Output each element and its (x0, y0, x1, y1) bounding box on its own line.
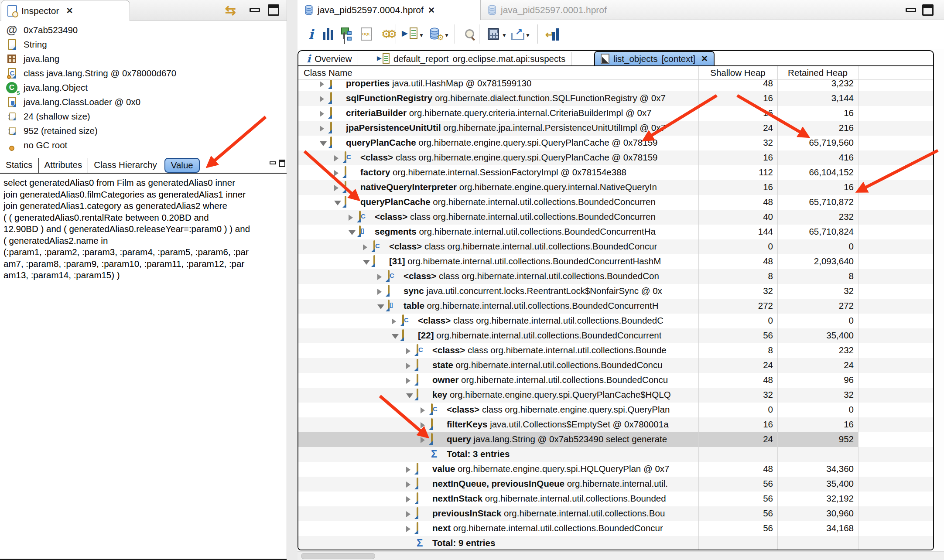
inspector-item[interactable]: Cjava.lang.Object (0, 80, 287, 95)
table-row[interactable]: key org.hibernate.engine.query.spi.Query… (298, 388, 933, 403)
info-icon[interactable]: i (303, 25, 319, 43)
close-icon[interactable]: ✕ (428, 5, 435, 15)
expand-icon[interactable] (392, 318, 396, 324)
expand-icon[interactable] (334, 170, 339, 176)
inspector-item[interactable]: no GC root (0, 138, 287, 152)
expand-icon[interactable] (421, 407, 425, 413)
table-row[interactable]: criteriaBuilder org.hibernate.query.crit… (298, 106, 933, 121)
inspector-tab-value[interactable]: Value (164, 158, 200, 173)
panel-sash[interactable] (287, 0, 298, 560)
value-text[interactable]: select generatedAlias0 from Film as gene… (0, 174, 287, 281)
expand-icon[interactable] (320, 126, 324, 132)
inspector-item[interactable]: java.lang.ClassLoader @ 0x0 (0, 95, 287, 109)
inspector-item[interactable]: ↕952 (retained size) (0, 123, 287, 138)
column-separator[interactable] (777, 66, 778, 550)
total-row[interactable]: ΣTotal: 3 entries (298, 447, 933, 462)
column-separator[interactable] (858, 66, 858, 550)
expand-icon[interactable] (406, 511, 410, 517)
collapse-icon[interactable] (392, 334, 399, 339)
inspector-tab-class-hierarchy[interactable]: Class Hierarchy (88, 158, 163, 173)
export-icon-dropdown[interactable]: ▼ (525, 32, 530, 38)
tab-inspector[interactable]: Inspector ✕ (1, 0, 130, 21)
inspector-item[interactable]: Cclass java.lang.String @ 0x78000d670 (0, 66, 287, 80)
expand-icon[interactable] (334, 185, 339, 191)
column-separator[interactable] (698, 66, 699, 550)
table-row[interactable]: []table org.hibernate.internal.util.coll… (298, 299, 933, 314)
minimize-icon[interactable] (906, 8, 916, 12)
expand-icon[interactable] (320, 111, 324, 117)
run-report-icon-dropdown[interactable]: ▼ (419, 32, 424, 38)
table-row[interactable]: [22] org.hibernate.internal.util.collect… (298, 328, 933, 343)
table-row[interactable]: nextInStack org.hibernate.internal.util.… (298, 492, 933, 506)
column-class-name[interactable]: Class Name (304, 68, 352, 78)
histogram-icon[interactable] (320, 25, 337, 43)
table-row[interactable]: previousInStack org.hibernate.internal.u… (298, 506, 933, 521)
table-row[interactable]: C<class> class org.hibernate.internal.ut… (298, 269, 933, 284)
table-row[interactable]: factory org.hibernate.internal.SessionFa… (298, 165, 933, 180)
dominator-tree-icon[interactable] (339, 25, 356, 43)
table-row[interactable]: query java.lang.String @ 0x7ab523490 sel… (298, 432, 933, 447)
collapse-icon[interactable] (363, 260, 370, 265)
total-row[interactable]: ΣTotal: 9 entries (298, 536, 933, 550)
maximize-icon[interactable] (922, 4, 934, 16)
table-row[interactable]: C<class> class org.hibernate.engine.quer… (298, 150, 933, 165)
expand-icon[interactable] (320, 81, 324, 87)
view-restore-icon[interactable] (279, 160, 285, 167)
table-row[interactable]: next org.hibernate.internal.util.collect… (298, 521, 933, 536)
export-icon[interactable] (509, 25, 525, 43)
tab-hprof-0004[interactable]: java_pid52597.0004.hprof ✕ (298, 0, 481, 20)
tab-overview[interactable]: i Overview (301, 52, 358, 65)
inspector-item[interactable]: @0x7ab523490 (0, 23, 287, 37)
tab-list-objects[interactable]: list_objects [context] ✕ (594, 51, 715, 65)
expert-system-icon[interactable]: ⚙⚙ (379, 25, 395, 43)
expand-icon[interactable] (334, 155, 339, 161)
calculate-retained-icon-dropdown[interactable]: ▼ (502, 32, 507, 38)
calculate-retained-icon[interactable] (485, 25, 502, 43)
collapse-icon[interactable] (320, 141, 327, 146)
expand-icon[interactable] (421, 437, 425, 443)
table-row[interactable]: [31] org.hibernate.internal.util.collect… (298, 254, 933, 269)
collapse-icon[interactable] (377, 304, 384, 309)
table-row[interactable]: sqlFunctionRegistry org.hibernate.dialec… (298, 91, 933, 106)
minimize-icon[interactable] (250, 8, 260, 12)
view-minimize-icon[interactable] (270, 161, 276, 164)
table-row[interactable]: value org.hibernate.engine.query.spi.HQL… (298, 462, 933, 477)
table-row[interactable]: sync java.util.concurrent.locks.Reentran… (298, 284, 933, 299)
expand-icon[interactable] (377, 289, 382, 295)
close-icon[interactable]: ✕ (701, 54, 708, 64)
heap-query-icon[interactable]: ⚙ (428, 25, 444, 43)
table-row[interactable]: C<class> class org.hibernate.engine.quer… (298, 403, 933, 417)
inspector-tab-attributes[interactable]: Attributes (39, 158, 89, 173)
table-row[interactable]: C<class> class org.hibernate.internal.ut… (298, 210, 933, 225)
compare-icon[interactable] (544, 25, 561, 43)
table-row[interactable]: C<class> class org.hibernate.internal.ut… (298, 239, 933, 254)
heap-query-icon-dropdown[interactable]: ▼ (444, 32, 449, 38)
table-row[interactable]: nativeQueryInterpreter org.hibernate.eng… (298, 180, 933, 195)
table-row[interactable]: queryPlanCache org.hibernate.internal.ut… (298, 195, 933, 210)
search-icon[interactable] (462, 25, 478, 43)
expand-icon[interactable] (320, 96, 324, 102)
expand-icon[interactable] (377, 274, 382, 280)
inspector-item[interactable]: String (0, 37, 287, 51)
table-row[interactable]: []segments org.hibernate.internal.util.c… (298, 225, 933, 239)
table-row[interactable]: nextInQueue, previousInQueue org.hiberna… (298, 477, 933, 492)
inspector-item[interactable]: ↕24 (shallow size) (0, 109, 287, 123)
swap-arrows-icon[interactable]: ⇆ (225, 3, 236, 18)
collapse-icon[interactable] (349, 230, 356, 235)
expand-icon[interactable] (406, 467, 410, 473)
table-row[interactable]: queryPlanCache org.hibernate.engine.quer… (298, 136, 933, 150)
inspector-item[interactable]: java.lang (0, 51, 287, 66)
expand-icon[interactable] (406, 378, 410, 384)
close-icon[interactable]: ✕ (66, 6, 73, 16)
table-row[interactable]: state org.hibernate.internal.util.collec… (298, 358, 933, 373)
table-row[interactable]: jpaPersistenceUnitUtil org.hibernate.jpa… (298, 121, 933, 136)
inspector-tab-statics[interactable]: Statics (0, 158, 39, 173)
scrollbar-thumb[interactable] (301, 553, 375, 559)
oql-icon[interactable]: OQL (358, 25, 375, 43)
run-report-icon[interactable] (402, 25, 419, 43)
maximize-icon[interactable] (268, 4, 279, 16)
collapse-icon[interactable] (406, 393, 413, 398)
expand-icon[interactable] (363, 244, 367, 250)
column-retained-heap[interactable]: Retained Heap (777, 68, 858, 78)
tab-default-report[interactable]: default_report org.eclipse.mat.api:suspe… (373, 52, 571, 65)
